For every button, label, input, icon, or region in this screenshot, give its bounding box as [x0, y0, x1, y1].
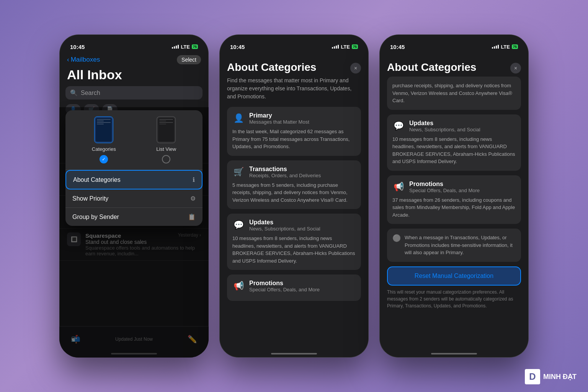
modal-content-3: About Categories × purchase receipts, sh… [379, 54, 529, 358]
view-option-listview[interactable]: List View [156, 116, 176, 163]
select-button-1[interactable]: Select [177, 55, 201, 64]
status-bar-2: 10:45 LTE 75 [219, 34, 369, 54]
modal-header-2: About Categories × [227, 54, 361, 77]
back-button-1[interactable]: ‹ Mailboxes [67, 56, 100, 64]
primary-card-2: 👤 Primary Messages that Matter Most In t… [227, 107, 361, 156]
transactions-body-3: purchase receipts, shipping, and deliver… [392, 82, 516, 105]
search-placeholder-1: Search [81, 90, 100, 96]
phone-1: 10:45 LTE 75 ‹ Mailboxes Select [59, 34, 209, 358]
view-options: Categories ✓ [65, 110, 203, 170]
promotions-card-3: 📢 Promotions Special Offers, Deals, and … [387, 175, 521, 224]
updates-title-2: Updates [249, 219, 320, 226]
status-icons-3: LTE 75 [492, 44, 518, 50]
page-title-1: All Inbox [59, 67, 209, 86]
reset-desc: This will reset your manual categorizati… [387, 289, 521, 309]
categories-phone-graphic [94, 116, 113, 143]
battery-1: 75 [192, 44, 198, 49]
show-priority-icon: ⚙ [190, 195, 196, 202]
timesensitive-card-3: ⚪ When a message in Transactions, Update… [387, 229, 521, 262]
promotions-icon-2: 📢 [232, 280, 245, 292]
watermark-text: MINH ĐẠT [543, 372, 577, 381]
status-time-3: 10:45 [390, 44, 405, 50]
promotions-subtitle-3: Special Offers, Deals, and More [409, 188, 480, 193]
signal-icon-3 [492, 45, 499, 49]
updates-title-3: Updates [409, 120, 480, 127]
updates-card-3: 💬 Updates News, Subscriptions, and Socia… [387, 114, 521, 171]
group-by-sender-icon: 📋 [188, 213, 196, 220]
modal-title-3: About Categories [387, 61, 510, 74]
promotions-icon-3: 📢 [392, 181, 405, 193]
transactions-body-2: 5 messages from 5 senders, including pur… [232, 181, 356, 204]
phones-container: 10:45 LTE 75 ‹ Mailboxes Select [52, 27, 536, 365]
status-bar-1: 10:45 LTE 75 [59, 34, 209, 54]
modal-header-3: About Categories × [387, 54, 521, 77]
radio-listview[interactable] [162, 155, 170, 163]
close-button-2[interactable]: × [350, 63, 361, 74]
search-bar-1[interactable]: 🔍 Search [65, 86, 203, 100]
lte-label-1: LTE [181, 44, 190, 50]
status-bar-3: 10:45 LTE 75 [379, 34, 529, 54]
modal-intro-2: Find the messages that matter most in Pr… [227, 77, 361, 101]
promotions-title-2: Promotions [249, 280, 320, 287]
timesensitive-body-3: When a message in Transactions, Updates,… [405, 234, 516, 256]
home-indicator-2 [271, 353, 317, 354]
about-categories-icon: ℹ [193, 176, 195, 183]
updates-subtitle-2: News, Subscriptions, and Social [249, 226, 320, 232]
listview-phone-graphic [157, 116, 176, 143]
updates-icon-2: 💬 [232, 219, 245, 231]
status-icons-1: LTE 75 [172, 44, 198, 50]
watermark-logo: D [525, 369, 540, 384]
phone1-content: ‹ Mailboxes Select All Inbox 🔍 Search 👤 … [59, 54, 209, 358]
nav-bar-1: ‹ Mailboxes Select [59, 54, 209, 67]
transactions-subtitle-2: Receipts, Orders, and Deliveries [249, 173, 321, 178]
primary-subtitle-2: Messages that Matter Most [249, 119, 309, 125]
promotions-header-2: 📢 Promotions Special Offers, Deals, and … [232, 280, 356, 292]
lte-label-2: LTE [341, 44, 350, 50]
status-time-1: 10:45 [70, 44, 85, 50]
transactions-icon-2: 🛒 [232, 166, 245, 178]
lte-label-3: LTE [501, 44, 510, 50]
modal-content-2: About Categories × Find the messages tha… [219, 54, 369, 358]
transactions-header-2: 🛒 Transactions Receipts, Orders, and Del… [232, 166, 356, 178]
about-categories-label: About Categories [73, 176, 121, 183]
status-time-2: 10:45 [230, 44, 245, 50]
show-priority-label: Show Priority [72, 195, 108, 202]
updates-card-2: 💬 Updates News, Subscriptions, and Socia… [227, 214, 361, 270]
phone-2: 10:45 LTE 75 About Categories × Find the… [219, 34, 369, 358]
primary-body-2: In the last week, Mail categorized 62 me… [232, 128, 356, 150]
back-label-1: Mailboxes [71, 56, 100, 64]
group-by-sender-menu-item[interactable]: Group by Sender 📋 [65, 208, 203, 226]
show-priority-menu-item[interactable]: Show Priority ⚙ [65, 189, 203, 208]
view-option-categories[interactable]: Categories ✓ [92, 116, 116, 163]
dropdown-menu: Categories ✓ [65, 110, 203, 226]
timesensitive-icon-3: ⚪ [392, 234, 401, 242]
promotions-title-3: Promotions [409, 181, 480, 188]
transactions-card-3-partial: purchase receipts, shipping, and deliver… [387, 77, 521, 110]
reset-categorization-button[interactable]: Reset Manual Categorization [387, 266, 521, 286]
radio-categories[interactable]: ✓ [100, 155, 108, 163]
primary-icon-2: 👤 [232, 112, 245, 124]
group-by-sender-label: Group by Sender [72, 214, 119, 220]
updates-header-2: 💬 Updates News, Subscriptions, and Socia… [232, 219, 356, 232]
close-button-3[interactable]: × [510, 63, 521, 74]
promotions-subtitle-2: Special Offers, Deals, and More [249, 287, 320, 292]
transactions-card-2: 🛒 Transactions Receipts, Orders, and Del… [227, 160, 361, 209]
view-label-listview: List View [156, 146, 176, 152]
signal-icon-1 [172, 45, 179, 49]
view-label-categories: Categories [92, 146, 116, 152]
signal-icon-2 [332, 45, 339, 49]
promotions-body-3: 37 messages from 26 senders, including c… [392, 196, 516, 219]
transactions-title-2: Transactions [249, 166, 321, 173]
about-categories-menu-item[interactable]: About Categories ℹ [65, 170, 203, 189]
promotions-card-2: 📢 Promotions Special Offers, Deals, and … [227, 274, 361, 301]
home-indicator-3 [431, 353, 477, 354]
battery-2: 75 [352, 44, 358, 49]
primary-header-2: 👤 Primary Messages that Matter Most [232, 112, 356, 125]
search-icon-1: 🔍 [70, 89, 78, 96]
updates-header-3: 💬 Updates News, Subscriptions, and Socia… [392, 120, 516, 132]
phone-3: 10:45 LTE 75 About Categories × purchase… [379, 34, 529, 358]
updates-body-3: 10 messages from 8 senders, including ne… [392, 136, 516, 165]
modal-title-2: About Categories [227, 61, 350, 74]
updates-subtitle-3: News, Subscriptions, and Social [409, 127, 480, 132]
updates-body-2: 10 messages from 8 senders, including ne… [232, 235, 356, 265]
